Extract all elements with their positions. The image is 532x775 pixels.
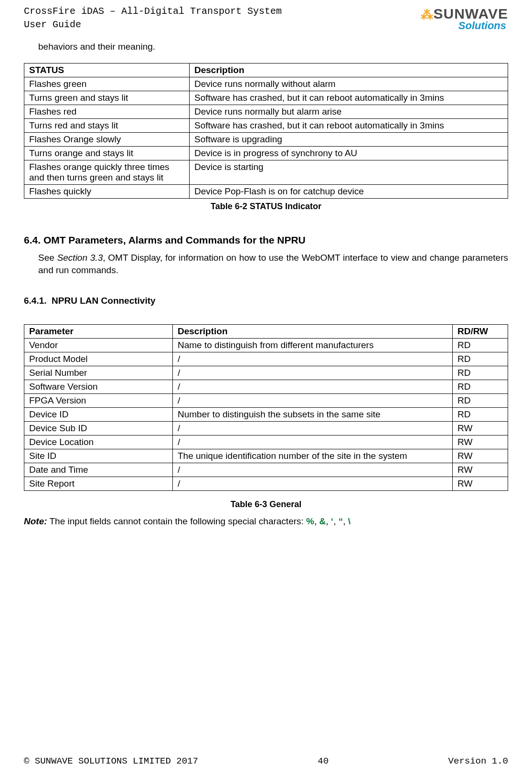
table-row: Flashes quicklyDevice Pop-Flash is on fo…: [24, 185, 508, 199]
table-row: Device IDNumber to distinguish the subse…: [24, 407, 508, 421]
table-row: Product Model/RD: [24, 352, 508, 366]
table-row: Site IDThe unique identification number …: [24, 449, 508, 463]
note-label: Note:: [24, 516, 47, 526]
col-rdrw-header: RD/RW: [453, 324, 508, 338]
table-row: Device Sub ID/RW: [24, 421, 508, 435]
footer-copyright: © SUNWAVE SOLUTIONS LIMITED 2017: [24, 756, 198, 766]
status-indicator-table: STATUS Description Flashes greenDevice r…: [24, 63, 508, 199]
footer-page-number: 40: [318, 756, 329, 766]
subsection-number: 6.4.1.: [24, 296, 47, 306]
col-desc-header: Description: [173, 324, 453, 338]
table-row: FPGA Version/RD: [24, 393, 508, 407]
section-6-4-body: See Section 3.3, OMT Display, for inform…: [38, 252, 508, 276]
table-header-row: Parameter Description RD/RW: [24, 324, 508, 338]
table-row: VendorName to distinguish from different…: [24, 338, 508, 352]
note-block: Note: The input fields cannot contain th…: [24, 516, 508, 527]
doc-title: CrossFire iDAS – All-Digital Transport S…: [24, 5, 282, 18]
section-ref-italic: Section 3.3: [57, 253, 103, 263]
special-char: &: [319, 516, 326, 526]
table-row: Flashes greenDevice runs normally withou…: [24, 77, 508, 91]
page-header: CrossFire iDAS – All-Digital Transport S…: [24, 5, 508, 32]
section-6-4-heading: 6.4. OMT Parameters, Alarms and Commands…: [24, 234, 508, 246]
page-footer: © SUNWAVE SOLUTIONS LIMITED 2017 40 Vers…: [24, 756, 508, 766]
col-desc-header: Description: [190, 64, 508, 77]
special-char: \: [348, 516, 351, 526]
table-row: Device Location/RW: [24, 435, 508, 449]
table-row: Site Report/RW: [24, 477, 508, 490]
general-parameter-table: Parameter Description RD/RW VendorName t…: [24, 324, 508, 491]
subsection-title: NPRU LAN Connectivity: [52, 296, 155, 306]
table-row: Flashes Orange slowlySoftware is upgradi…: [24, 133, 508, 147]
table2-caption: Table 6-3 General: [24, 499, 508, 510]
brand-logo: ⁂SUNWAVE Solutions: [421, 5, 508, 32]
section-number: 6.4.: [24, 234, 41, 245]
table1-caption: Table 6-2 STATUS Indicator: [24, 202, 508, 212]
table-row: Turns green and stays litSoftware has cr…: [24, 91, 508, 105]
table-row: Date and Time/RW: [24, 463, 508, 477]
table-row: Serial Number/RD: [24, 366, 508, 380]
footer-version: Version 1.0: [448, 756, 508, 766]
col-param-header: Parameter: [24, 324, 173, 338]
table-row: Flashes orange quickly three times and t…: [24, 160, 508, 185]
header-title-block: CrossFire iDAS – All-Digital Transport S…: [24, 5, 282, 32]
sun-icon: ⁂: [421, 8, 434, 22]
doc-subtitle: User Guide: [24, 18, 282, 32]
table-row: Software Version/RD: [24, 380, 508, 393]
note-text: The input fields cannot contain the foll…: [47, 516, 307, 526]
section-title: OMT Parameters, Alarms and Commands for …: [43, 234, 306, 245]
intro-fragment: behaviors and their meaning.: [38, 41, 508, 53]
table-row: Flashes redDevice runs normally but alar…: [24, 105, 508, 119]
table-header-row: STATUS Description: [24, 64, 508, 77]
table-row: Turns red and stays litSoftware has cras…: [24, 119, 508, 133]
section-6-4-1-heading: 6.4.1. NPRU LAN Connectivity: [24, 296, 508, 306]
table-row: Turns orange and stays litDevice is in p…: [24, 147, 508, 160]
col-status-header: STATUS: [24, 64, 190, 77]
page-container: CrossFire iDAS – All-Digital Transport S…: [0, 0, 532, 775]
special-char: %: [306, 516, 314, 526]
special-char: ‘: [331, 516, 333, 526]
special-char: “: [339, 516, 343, 526]
